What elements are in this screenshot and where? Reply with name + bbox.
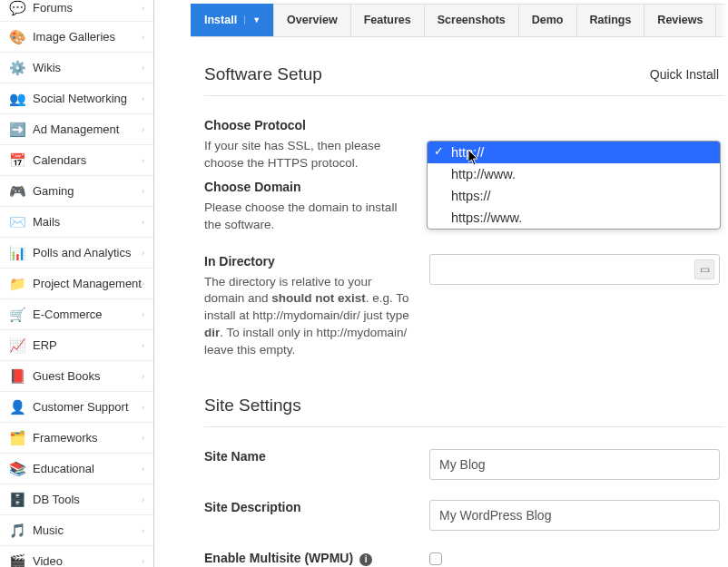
- directory-desc: The directory is relative to your domain…: [204, 274, 411, 359]
- sidebar-item-gaming[interactable]: 🎮Gaming›: [0, 176, 153, 207]
- sidebar-item-label: Mails: [33, 215, 142, 229]
- chevron-right-icon: ›: [142, 403, 144, 412]
- chevron-right-icon: ›: [142, 434, 144, 443]
- sidebar-item-guestbooks[interactable]: 📕Guest Books›: [0, 361, 153, 392]
- site-desc-input[interactable]: [429, 500, 720, 531]
- chevron-right-icon: ›: [142, 187, 144, 196]
- chevron-right-icon: ›: [142, 94, 144, 103]
- multisite-checkbox[interactable]: [429, 552, 442, 565]
- protocol-option-httpswww[interactable]: https://www.: [428, 207, 720, 229]
- sidebar-item-label: Guest Books: [33, 369, 142, 383]
- gaming-icon: 🎮: [9, 183, 25, 200]
- calendar-icon: 📅: [9, 152, 25, 169]
- protocol-option-httpwww[interactable]: http://www.: [428, 163, 720, 185]
- tab-features[interactable]: Features: [350, 4, 425, 36]
- sidebar-item-label: Calendars: [33, 153, 142, 167]
- sidebar-item-label: Image Galleries: [33, 30, 142, 44]
- protocol-label: Choose Protocol: [204, 118, 411, 132]
- music-icon: 🎵: [9, 523, 25, 539]
- sidebar-item-image-galleries[interactable]: 🎨Image Galleries›: [0, 22, 153, 53]
- chevron-right-icon: ›: [142, 495, 144, 504]
- chevron-right-icon: ›: [142, 279, 144, 288]
- chevron-right-icon: ›: [142, 464, 144, 474]
- sidebar-item-project-mgmt[interactable]: 📁Project Management›: [0, 269, 153, 299]
- ad-icon: ➡️: [9, 122, 25, 138]
- sidebar-item-label: Ad Management: [33, 122, 142, 136]
- chevron-right-icon: ›: [142, 249, 144, 258]
- chevron-right-icon: ›: [142, 310, 144, 319]
- sidebar-item-label: Frameworks: [33, 431, 142, 445]
- sidebar-item-dbtools[interactable]: 🗄️DB Tools›: [0, 484, 153, 515]
- directory-label: In Directory: [204, 254, 411, 269]
- sidebar-item-mails[interactable]: ✉️Mails›: [0, 207, 153, 238]
- sidebar-item-video[interactable]: 🎬Video›: [0, 546, 153, 567]
- sidebar-item-label: Customer Support: [33, 400, 142, 414]
- tab-reviews[interactable]: Reviews: [644, 4, 716, 36]
- chevron-right-icon: ›: [142, 372, 144, 381]
- tab-screenshots[interactable]: Screenshots: [424, 4, 519, 36]
- sidebar-item-wikis[interactable]: ⚙️Wikis›: [0, 53, 153, 83]
- protocol-dropdown-open: http:// http://www. https:// https://www…: [427, 141, 721, 230]
- sidebar-item-label: Video: [33, 554, 142, 567]
- domain-label: Choose Domain: [204, 180, 411, 194]
- site-name-input[interactable]: [429, 449, 720, 480]
- sidebar-item-social-networking[interactable]: 👥Social Networking›: [0, 83, 153, 114]
- tab-install[interactable]: Install▼: [191, 4, 274, 36]
- chevron-right-icon: ›: [142, 526, 144, 535]
- tab-ratings[interactable]: Ratings: [576, 4, 645, 36]
- info-icon[interactable]: i: [359, 553, 372, 566]
- chart-icon: 📊: [9, 245, 25, 261]
- card-icon: ▭: [694, 259, 714, 279]
- site-name-label: Site Name: [204, 449, 411, 464]
- sidebar-item-calendars[interactable]: 📅Calendars›: [0, 145, 153, 176]
- sidebar-item-ecommerce[interactable]: 🛒E-Commerce›: [0, 299, 153, 330]
- framework-icon: 🗂️: [9, 430, 25, 446]
- sidebar: 💬Forums› 🎨Image Galleries› ⚙️Wikis› 👥Soc…: [0, 0, 154, 567]
- sidebar-item-label: E-Commerce: [33, 308, 142, 321]
- chevron-right-icon: ›: [142, 218, 144, 227]
- domain-desc: Please choose the domain to install the …: [204, 200, 411, 234]
- project-icon: 📁: [9, 276, 25, 292]
- section-site-settings-header: Site Settings: [204, 396, 728, 427]
- sidebar-item-music[interactable]: 🎵Music›: [0, 515, 153, 546]
- chevron-right-icon: ›: [142, 557, 144, 566]
- chevron-right-icon: ›: [142, 64, 144, 73]
- chevron-right-icon: ›: [142, 4, 144, 13]
- sidebar-item-erp[interactable]: 📈ERP›: [0, 330, 153, 361]
- tab-overview[interactable]: Overview: [273, 4, 351, 36]
- protocol-desc: If your site has SSL, then please choose…: [204, 138, 411, 172]
- mail-icon: ✉️: [9, 214, 25, 230]
- sidebar-item-label: Educational: [33, 462, 142, 475]
- sidebar-item-label: Polls and Analytics: [33, 246, 142, 259]
- sidebar-item-frameworks[interactable]: 🗂️Frameworks›: [0, 423, 153, 454]
- sidebar-item-label: DB Tools: [33, 493, 142, 506]
- database-icon: 🗄️: [9, 492, 25, 508]
- video-icon: 🎬: [9, 553, 25, 568]
- sidebar-item-ad-management[interactable]: ➡️Ad Management›: [0, 114, 153, 145]
- dropdown-arrow-icon[interactable]: ▼: [244, 15, 261, 24]
- sidebar-item-forums[interactable]: 💬Forums›: [0, 0, 153, 22]
- sidebar-item-label: Wikis: [33, 61, 142, 74]
- sidebar-item-educational[interactable]: 📚Educational›: [0, 454, 153, 484]
- sidebar-item-label: Social Networking: [33, 92, 142, 105]
- quick-install-link[interactable]: Quick Install: [650, 67, 719, 82]
- site-desc-label: Site Description: [204, 500, 411, 514]
- forums-icon: 💬: [9, 0, 25, 16]
- chevron-right-icon: ›: [142, 341, 144, 350]
- protocol-option-http[interactable]: http://: [428, 142, 720, 163]
- tab-demo[interactable]: Demo: [518, 4, 577, 36]
- directory-input[interactable]: [429, 254, 720, 285]
- chevron-right-icon: ›: [142, 156, 144, 165]
- sidebar-item-label: Gaming: [33, 184, 142, 198]
- support-icon: 👤: [9, 399, 25, 415]
- sidebar-item-support[interactable]: 👤Customer Support›: [0, 392, 153, 423]
- protocol-option-https[interactable]: https://: [428, 185, 720, 207]
- sidebar-item-polls[interactable]: 📊Polls and Analytics›: [0, 238, 153, 269]
- sidebar-item-label: Music: [33, 523, 142, 537]
- chevron-right-icon: ›: [142, 125, 144, 134]
- wiki-icon: ⚙️: [9, 60, 25, 76]
- social-icon: 👥: [9, 91, 25, 107]
- section-software-setup-header: Software Setup Quick Install: [204, 64, 728, 96]
- tab-label: Install: [204, 14, 237, 26]
- chevron-right-icon: ›: [142, 33, 144, 42]
